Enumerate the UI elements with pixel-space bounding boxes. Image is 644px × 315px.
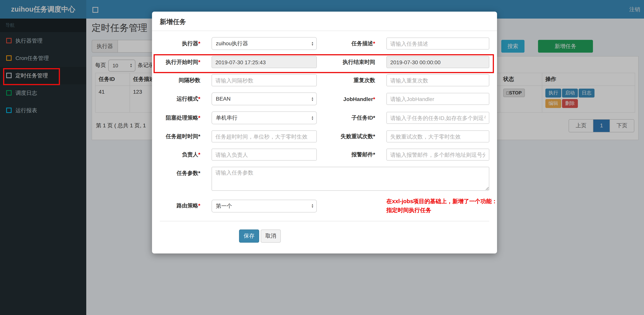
form-row-executor-desc: 执行器* zuihou执行器 任务描述* [160, 37, 489, 50]
timeout-label: 任务超时时间* [160, 133, 200, 140]
start-time-input[interactable] [212, 56, 317, 68]
interval-label: 间隔秒数 [160, 77, 200, 84]
glue-type-label: 运行模式* [160, 95, 200, 102]
route-strategy-select[interactable]: 第一个 [212, 199, 317, 212]
feature-note-line2: 指定时间执行任务 [386, 206, 496, 215]
job-handler-label: JobHandler* [328, 96, 375, 102]
form-row-interval-repeat: 间隔秒数 重复次数 [160, 74, 489, 86]
feature-note: 在xxl-jobs项目的基础上，新增了一个功能： 指定时间执行任务 [386, 197, 496, 215]
form-row-time-range: 执行开始时间* 执行结束时间 [160, 56, 489, 68]
form-row-route-strategy: 路由策略* 第一个 在xxl-jobs项目的基础上，新增了一个功能： 指定时间执… [160, 197, 489, 215]
app-window: zuihou任务调度中心 注销 导航 执行器管理 Cron任务管理 定时任务管理… [0, 0, 644, 315]
modal-title: 新增任务 [160, 18, 186, 26]
form-row-job-param: 任务参数* [160, 167, 489, 191]
feature-note-line1: 在xxl-jobs项目的基础上，新增了一个功能： [386, 197, 496, 206]
add-task-modal: 新增任务 执行器* zuihou执行器 任务描述* 执行开始时间* 执行结束时间… [152, 12, 497, 253]
interval-input[interactable] [212, 74, 317, 86]
select-caret-icon [311, 41, 314, 46]
job-handler-input[interactable] [386, 93, 489, 105]
repeat-label: 重复次数 [328, 77, 375, 84]
author-label: 负责人* [160, 151, 200, 158]
select-caret-icon [311, 116, 314, 120]
job-param-label: 任务参数* [160, 170, 200, 177]
fail-retry-label: 失败重试次数* [328, 133, 375, 140]
executor-label: 执行器* [160, 40, 200, 47]
repeat-input[interactable] [386, 74, 489, 86]
job-desc-label: 任务描述* [328, 40, 375, 47]
route-strategy-label: 路由策略* [160, 202, 200, 209]
form-row-author-email: 负责人* 报警邮件* [160, 149, 489, 161]
select-caret-icon [311, 204, 314, 208]
modal-footer: 保存取消 [160, 221, 489, 243]
job-desc-input[interactable] [386, 38, 489, 50]
start-time-label: 执行开始时间* [160, 59, 200, 66]
executor-select[interactable]: zuihou执行器 [212, 37, 317, 50]
cancel-button[interactable]: 取消 [261, 229, 281, 243]
form-row-glue-handler: 运行模式* BEAN JobHandler* [160, 93, 489, 105]
select-caret-icon [311, 97, 314, 101]
block-strategy-select[interactable]: 单机串行 [212, 111, 317, 124]
block-strategy-label: 阻塞处理策略* [160, 114, 200, 121]
alarm-email-label: 报警邮件* [328, 151, 375, 158]
job-param-textarea[interactable] [212, 167, 489, 191]
child-jobid-label: 子任务ID* [328, 114, 375, 121]
modal-body: 执行器* zuihou执行器 任务描述* 执行开始时间* 执行结束时间 间隔秒数… [152, 31, 497, 243]
form-row-block-child: 阻塞处理策略* 单机串行 子任务ID* [160, 111, 489, 124]
glue-type-select[interactable]: BEAN [212, 93, 317, 105]
end-time-label: 执行结束时间 [328, 59, 375, 66]
timeout-input[interactable] [212, 130, 317, 142]
form-row-timeout-retry: 任务超时时间* 失败重试次数* [160, 130, 489, 142]
author-input[interactable] [212, 149, 317, 161]
fail-retry-input[interactable] [386, 130, 489, 142]
save-button[interactable]: 保存 [239, 229, 259, 243]
child-jobid-input[interactable] [386, 112, 489, 124]
modal-header: 新增任务 [152, 12, 497, 31]
alarm-email-input[interactable] [386, 149, 489, 161]
end-time-input[interactable] [386, 56, 489, 68]
